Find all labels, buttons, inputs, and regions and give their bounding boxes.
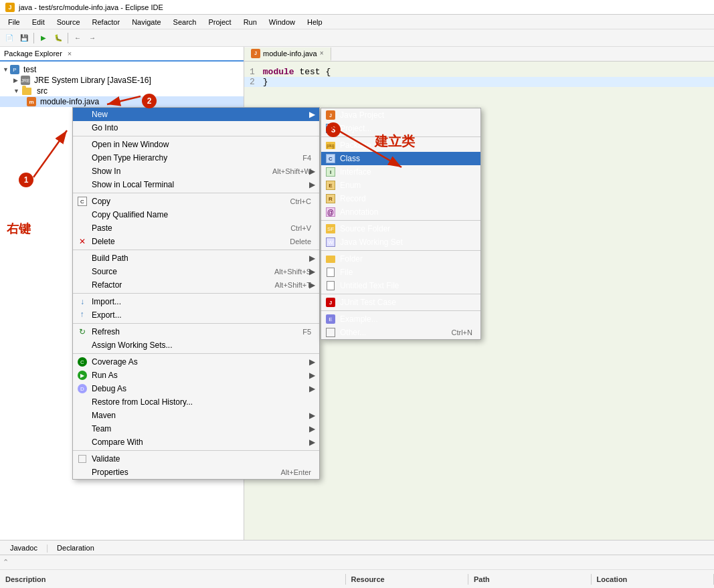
sub-untitled-text-icon: T [325, 280, 336, 291]
sub-folder-label: Folder [340, 254, 363, 264]
menu-help[interactable]: Help [302, 17, 328, 27]
ctx-show-local[interactable]: Show in Local Terminal ▶ [73, 178, 319, 191]
ctx-properties[interactable]: Properties Alt+Enter [73, 466, 319, 479]
ctx-assign-working-sets[interactable]: Assign Working Sets... [73, 338, 319, 352]
sub-other[interactable]: … Other... Ctrl+N [321, 326, 480, 339]
ctx-copy-icon: C [77, 196, 88, 207]
editor-tab-moduleinfo[interactable]: J module-info.java × [244, 47, 331, 61]
toolbar-save-btn[interactable]: 💾 [17, 31, 31, 45]
ctx-delete-label: Delete [92, 237, 115, 246]
ctx-paste-label: Paste [92, 223, 112, 233]
sub-annotation[interactable]: @ Annotation [321, 205, 480, 219]
ctx-debug-as[interactable]: D Debug As ▶ [73, 382, 319, 395]
ctx-export[interactable]: ↓ Export... [73, 308, 319, 322]
sub-annotation-label: Annotation [340, 207, 378, 217]
ctx-new[interactable]: New ▶ J Java Project P Project... pkg Pa… [73, 108, 319, 121]
toolbar-new-btn[interactable]: 📄 [3, 31, 16, 45]
ctx-coverage-as-arrow: ▶ [309, 357, 315, 367]
ctx-source[interactable]: Source Alt+Shift+S ▶ [73, 265, 319, 278]
sub-source-folder[interactable]: SF Source Folder [321, 222, 480, 235]
menu-window[interactable]: Window [264, 17, 300, 27]
ctx-show-local-arrow: ▶ [309, 180, 315, 189]
toolbar-back-btn[interactable]: ← [71, 31, 84, 45]
sub-class[interactable]: C Class [321, 152, 480, 165]
sub-other-shortcut: Ctrl+N [438, 328, 472, 336]
ctx-refactor-arrow: ▶ [309, 280, 315, 290]
sub-record-icon: R [325, 193, 336, 204]
moduleinfo-icon: m [27, 97, 36, 106]
sub-untitled-text[interactable]: T Untitled Text File [321, 279, 480, 292]
toolbar-debug-btn[interactable]: 🐛 [52, 31, 65, 45]
ctx-show-in-arrow: ▶ [309, 167, 315, 176]
menu-search[interactable]: Search [168, 17, 202, 27]
bottom-tab-declaration[interactable]: Declaration [50, 542, 102, 554]
ctx-delete[interactable]: ✕ Delete Delete [73, 235, 319, 248]
sub-other-icon: … [325, 327, 336, 338]
toolbar-run-btn[interactable]: ▶ [37, 31, 50, 45]
package-explorer-tab[interactable]: Package Explorer × [0, 47, 244, 62]
sub-enum-label: Enum [340, 181, 361, 190]
ctx-build-path[interactable]: Build Path ▶ [73, 252, 319, 265]
menu-run[interactable]: Run [238, 17, 262, 27]
ctx-validate-icon [77, 454, 88, 464]
menu-navigate[interactable]: Navigate [126, 17, 166, 27]
ctx-maven[interactable]: Maven ▶ [73, 409, 319, 422]
tree-item-project[interactable]: ▼ P test [0, 64, 244, 75]
sub-interface-icon: I [325, 167, 336, 177]
ctx-refactor[interactable]: Refactor Alt+Shift+T ▶ [73, 278, 319, 292]
ctx-import[interactable]: ↓ Import... [73, 295, 319, 308]
sub-enum[interactable]: E Enum [321, 179, 480, 192]
sub-file[interactable]: f File [321, 266, 480, 279]
ctx-sep-1 [73, 136, 319, 136]
bottom-tab-javadoc[interactable]: Javadoc [3, 542, 45, 554]
tree-item-jre[interactable]: ▶ JRE JRE System Library [JavaSE-16] [0, 75, 244, 86]
ctx-delete-shortcut: Delete [276, 237, 311, 246]
ctx-validate[interactable]: Validate [73, 452, 319, 466]
ctx-open-type-hier-label: Open Type Hierarchy [92, 153, 167, 163]
ctx-paste[interactable]: Paste Ctrl+V [73, 221, 319, 235]
sub-working-set[interactable]: W Java Working Set [321, 235, 480, 249]
sub-junit-icon: J [325, 297, 336, 308]
ctx-gointo[interactable]: Go Into [73, 121, 319, 134]
package-explorer-label: Package Explorer [4, 50, 62, 58]
menu-edit[interactable]: Edit [27, 17, 50, 27]
package-explorer-close[interactable]: × [68, 50, 72, 58]
sub-record[interactable]: R Record [321, 192, 480, 205]
sub-untitled-text-label: Untitled Text File [340, 281, 399, 290]
ctx-open-type-hier[interactable]: Open Type Hierarchy F4 [73, 151, 319, 165]
sub-source-folder-label: Source Folder [340, 224, 390, 233]
ctx-open-window[interactable]: Open in New Window [73, 138, 319, 151]
ctx-coverage-as[interactable]: C Coverage As ▶ [73, 355, 319, 369]
editor-tab-bar: J module-info.java × [244, 47, 714, 62]
sub-package[interactable]: pkg Package [321, 138, 480, 152]
ctx-run-as[interactable]: ▶ Run As ▶ [73, 369, 319, 382]
editor-tab-close[interactable]: × [320, 50, 324, 57]
ctx-refresh[interactable]: ↻ Refresh F5 [73, 325, 319, 338]
sub-folder-icon [325, 254, 336, 264]
menu-source[interactable]: Source [52, 17, 86, 27]
menu-file[interactable]: File [3, 17, 25, 27]
tree-item-src[interactable]: ▼ src [0, 86, 244, 96]
sub-working-set-label: Java Working Set [340, 237, 403, 247]
sub-source-folder-icon: SF [325, 223, 336, 234]
sub-java-project[interactable]: J Java Project [321, 108, 480, 122]
ctx-show-in[interactable]: Show In Alt+Shift+W ▶ [73, 165, 319, 178]
context-menu: New ▶ J Java Project P Project... pkg Pa… [72, 107, 320, 480]
sub-project[interactable]: P Project... [321, 122, 480, 135]
sub-example[interactable]: E Example... [321, 312, 480, 326]
menu-refactor[interactable]: Refactor [87, 17, 126, 27]
sub-junit[interactable]: J JUnit Test Case [321, 296, 480, 309]
ctx-copy-qualified[interactable]: Copy Qualified Name [73, 208, 319, 221]
menu-project[interactable]: Project [203, 17, 236, 27]
ctx-restore-local[interactable]: Restore from Local History... [73, 395, 319, 409]
toolbar-forward-btn[interactable]: → [86, 31, 99, 45]
editor-tab-label: module-info.java [263, 50, 317, 58]
ctx-copy-shortcut: Ctrl+C [277, 197, 311, 205]
sub-folder[interactable]: Folder [321, 252, 480, 266]
sub-interface[interactable]: I Interface [321, 165, 480, 179]
status-path-col: Path [468, 574, 592, 585]
ctx-compare-with[interactable]: Compare With ▶ [73, 435, 319, 449]
ctx-team[interactable]: Team ▶ [73, 422, 319, 435]
tree-item-moduleinfo[interactable]: m module-info.java [0, 96, 244, 107]
ctx-copy[interactable]: C Copy Ctrl+C [73, 195, 319, 208]
